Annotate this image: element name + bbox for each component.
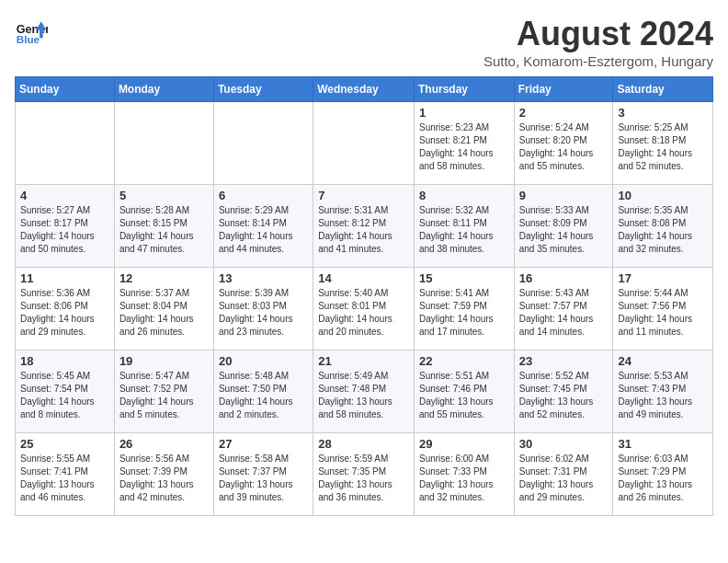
svg-text:Blue: Blue: [17, 33, 40, 45]
day-number: 6: [219, 189, 308, 202]
day-info: Sunrise: 5:53 AM Sunset: 7:43 PM Dayligh…: [618, 370, 708, 421]
calendar-cell: 23Sunrise: 5:52 AM Sunset: 7:45 PM Dayli…: [514, 350, 613, 433]
day-info: Sunrise: 5:28 AM Sunset: 8:15 PM Dayligh…: [119, 204, 209, 256]
calendar-cell: 25Sunrise: 5:55 AM Sunset: 7:41 PM Dayli…: [16, 433, 115, 516]
day-number: 18: [20, 354, 109, 368]
calendar-cell: 19Sunrise: 5:47 AM Sunset: 7:52 PM Dayli…: [114, 350, 213, 433]
calendar-cell: 15Sunrise: 5:41 AM Sunset: 7:59 PM Dayli…: [414, 268, 514, 350]
calendar-cell: 21Sunrise: 5:49 AM Sunset: 7:48 PM Dayli…: [313, 350, 415, 433]
day-number: 1: [419, 106, 509, 120]
day-number: 10: [618, 189, 708, 202]
day-number: 8: [419, 189, 509, 202]
calendar-week-3: 11Sunrise: 5:36 AM Sunset: 8:06 PM Dayli…: [16, 268, 713, 350]
day-info: Sunrise: 5:44 AM Sunset: 7:56 PM Dayligh…: [618, 287, 708, 339]
day-number: 19: [119, 354, 209, 368]
day-info: Sunrise: 5:29 AM Sunset: 8:14 PM Dayligh…: [219, 204, 308, 256]
calendar-cell: 6Sunrise: 5:29 AM Sunset: 8:14 PM Daylig…: [213, 185, 313, 268]
calendar-week-4: 18Sunrise: 5:45 AM Sunset: 7:54 PM Dayli…: [16, 350, 713, 433]
day-info: Sunrise: 5:31 AM Sunset: 8:12 PM Dayligh…: [318, 204, 409, 256]
calendar-cell: 10Sunrise: 5:35 AM Sunset: 8:08 PM Dayli…: [613, 185, 713, 268]
weekday-header-friday: Friday: [514, 77, 613, 102]
calendar-cell: 9Sunrise: 5:33 AM Sunset: 8:09 PM Daylig…: [514, 185, 613, 268]
day-number: 13: [219, 271, 308, 285]
day-number: 17: [618, 271, 708, 285]
day-number: 4: [20, 189, 109, 202]
calendar-cell: 26Sunrise: 5:56 AM Sunset: 7:39 PM Dayli…: [114, 433, 213, 516]
day-info: Sunrise: 5:43 AM Sunset: 7:57 PM Dayligh…: [519, 287, 609, 339]
day-number: 3: [618, 106, 708, 120]
day-info: Sunrise: 5:40 AM Sunset: 8:01 PM Dayligh…: [318, 287, 409, 339]
day-number: 14: [318, 271, 409, 285]
calendar-cell: 8Sunrise: 5:32 AM Sunset: 8:11 PM Daylig…: [414, 185, 514, 268]
day-number: 26: [119, 437, 209, 451]
day-number: 2: [519, 106, 609, 120]
day-info: Sunrise: 5:49 AM Sunset: 7:48 PM Dayligh…: [318, 370, 409, 421]
day-info: Sunrise: 5:36 AM Sunset: 8:06 PM Dayligh…: [20, 287, 109, 339]
day-info: Sunrise: 5:56 AM Sunset: 7:39 PM Dayligh…: [119, 453, 209, 504]
day-number: 25: [20, 437, 109, 451]
calendar-week-1: 1Sunrise: 5:23 AM Sunset: 8:21 PM Daylig…: [16, 102, 713, 185]
day-number: 28: [318, 437, 409, 451]
day-number: 30: [519, 437, 609, 451]
calendar-cell: 16Sunrise: 5:43 AM Sunset: 7:57 PM Dayli…: [514, 268, 613, 350]
day-number: 11: [20, 271, 109, 285]
day-info: Sunrise: 6:00 AM Sunset: 7:33 PM Dayligh…: [419, 453, 509, 504]
weekday-header-wednesday: Wednesday: [313, 77, 415, 102]
calendar-cell: 29Sunrise: 6:00 AM Sunset: 7:33 PM Dayli…: [414, 433, 514, 516]
calendar-cell: 17Sunrise: 5:44 AM Sunset: 7:56 PM Dayli…: [613, 268, 713, 350]
logo-icon: General Blue: [15, 15, 48, 48]
weekday-header-sunday: Sunday: [16, 77, 115, 102]
location: Sutto, Komarom-Esztergom, Hungary: [483, 53, 713, 69]
calendar-table: SundayMondayTuesdayWednesdayThursdayFrid…: [15, 76, 713, 516]
calendar-cell: 28Sunrise: 5:59 AM Sunset: 7:35 PM Dayli…: [313, 433, 415, 516]
day-number: 21: [318, 354, 409, 368]
day-info: Sunrise: 5:35 AM Sunset: 8:08 PM Dayligh…: [618, 204, 708, 256]
day-number: 7: [318, 189, 409, 202]
calendar-week-5: 25Sunrise: 5:55 AM Sunset: 7:41 PM Dayli…: [16, 433, 713, 516]
day-info: Sunrise: 5:39 AM Sunset: 8:03 PM Dayligh…: [219, 287, 308, 339]
weekday-header-tuesday: Tuesday: [213, 77, 313, 102]
calendar-cell: 14Sunrise: 5:40 AM Sunset: 8:01 PM Dayli…: [313, 268, 415, 350]
weekday-header-thursday: Thursday: [414, 77, 514, 102]
day-info: Sunrise: 5:27 AM Sunset: 8:17 PM Dayligh…: [20, 204, 109, 256]
day-number: 12: [119, 271, 209, 285]
calendar-cell: 24Sunrise: 5:53 AM Sunset: 7:43 PM Dayli…: [613, 350, 713, 433]
day-info: Sunrise: 5:45 AM Sunset: 7:54 PM Dayligh…: [20, 370, 109, 421]
calendar-cell: 2Sunrise: 5:24 AM Sunset: 8:20 PM Daylig…: [514, 102, 613, 185]
calendar-cell: [114, 102, 213, 185]
day-number: 23: [519, 354, 609, 368]
weekday-header-row: SundayMondayTuesdayWednesdayThursdayFrid…: [16, 77, 713, 102]
calendar-cell: 27Sunrise: 5:58 AM Sunset: 7:37 PM Dayli…: [213, 433, 313, 516]
day-info: Sunrise: 5:41 AM Sunset: 7:59 PM Dayligh…: [419, 287, 509, 339]
day-info: Sunrise: 5:25 AM Sunset: 8:18 PM Dayligh…: [618, 121, 708, 173]
calendar-cell: 30Sunrise: 6:02 AM Sunset: 7:31 PM Dayli…: [514, 433, 613, 516]
day-number: 5: [119, 189, 209, 202]
calendar-cell: 22Sunrise: 5:51 AM Sunset: 7:46 PM Dayli…: [414, 350, 514, 433]
day-number: 27: [219, 437, 308, 451]
calendar-week-2: 4Sunrise: 5:27 AM Sunset: 8:17 PM Daylig…: [16, 185, 713, 268]
logo: General Blue: [15, 15, 48, 48]
day-info: Sunrise: 5:23 AM Sunset: 8:21 PM Dayligh…: [419, 121, 509, 173]
day-info: Sunrise: 5:47 AM Sunset: 7:52 PM Dayligh…: [119, 370, 209, 421]
calendar-cell: 5Sunrise: 5:28 AM Sunset: 8:15 PM Daylig…: [114, 185, 213, 268]
weekday-header-monday: Monday: [114, 77, 213, 102]
day-number: 15: [419, 271, 509, 285]
calendar-cell: 11Sunrise: 5:36 AM Sunset: 8:06 PM Dayli…: [16, 268, 115, 350]
day-number: 16: [519, 271, 609, 285]
day-number: 9: [519, 189, 609, 202]
day-info: Sunrise: 5:59 AM Sunset: 7:35 PM Dayligh…: [318, 453, 409, 504]
weekday-header-saturday: Saturday: [613, 77, 713, 102]
calendar-cell: [313, 102, 415, 185]
calendar-cell: 1Sunrise: 5:23 AM Sunset: 8:21 PM Daylig…: [414, 102, 514, 185]
day-info: Sunrise: 6:03 AM Sunset: 7:29 PM Dayligh…: [618, 453, 708, 504]
day-info: Sunrise: 5:24 AM Sunset: 8:20 PM Dayligh…: [519, 121, 609, 173]
calendar-cell: 3Sunrise: 5:25 AM Sunset: 8:18 PM Daylig…: [613, 102, 713, 185]
day-number: 22: [419, 354, 509, 368]
day-info: Sunrise: 5:37 AM Sunset: 8:04 PM Dayligh…: [119, 287, 209, 339]
calendar-cell: 18Sunrise: 5:45 AM Sunset: 7:54 PM Dayli…: [16, 350, 115, 433]
day-number: 31: [618, 437, 708, 451]
page-header: General Blue August 2024 Sutto, Komarom-…: [15, 15, 713, 69]
day-number: 29: [419, 437, 509, 451]
day-info: Sunrise: 5:58 AM Sunset: 7:37 PM Dayligh…: [219, 453, 308, 504]
day-info: Sunrise: 5:55 AM Sunset: 7:41 PM Dayligh…: [20, 453, 109, 504]
